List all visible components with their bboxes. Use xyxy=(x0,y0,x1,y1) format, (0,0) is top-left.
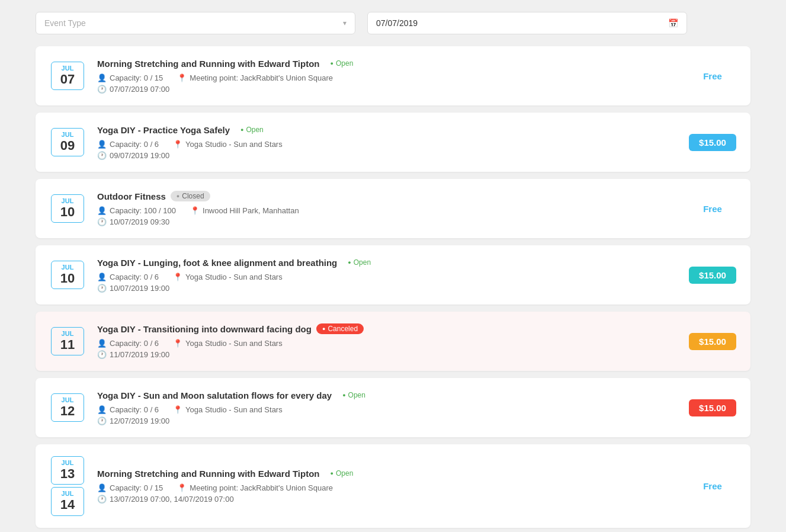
location-icon: 📍 xyxy=(173,273,182,281)
datetime-value: 10/07/2019 19:00 xyxy=(110,284,169,293)
person-icon: 👤 xyxy=(97,140,107,149)
capacity-info: 👤 Capacity: 0 / 6 xyxy=(97,405,159,414)
event-date: JUL 10 xyxy=(50,261,85,289)
price-badge: $15.00 xyxy=(689,399,736,416)
event-day: 07 xyxy=(57,72,78,87)
event-meta: 👤 Capacity: 0 / 15 📍 Meeting point: Jack… xyxy=(97,73,677,82)
event-date: JUL 13 JUL 14 xyxy=(50,456,85,516)
location-icon: 📍 xyxy=(177,73,187,82)
event-title: Outdoor Fitness xyxy=(97,191,166,201)
capacity-value: Capacity: 100 / 100 xyxy=(110,206,176,215)
capacity-value: Capacity: 0 / 6 xyxy=(110,140,159,149)
event-title: Yoga DIY - Practice Yoga Safely xyxy=(97,125,230,135)
clock-icon: 🕐 xyxy=(97,151,107,160)
clock-icon: 🕐 xyxy=(97,495,107,504)
event-time: 🕐 12/07/2019 19:00 xyxy=(97,416,677,425)
event-card[interactable]: JUL 10 Outdoor Fitness Closed 👤 Capacity… xyxy=(36,179,750,238)
event-month: JUL xyxy=(57,65,78,72)
capacity-info: 👤 Capacity: 0 / 6 xyxy=(97,273,159,281)
location-info: 📍 Yoga Studio - Sun and Stars xyxy=(173,405,283,414)
capacity-info: 👤 Capacity: 0 / 6 xyxy=(97,339,159,348)
event-info: Yoga DIY - Lunging, foot & knee alignmen… xyxy=(97,257,677,293)
location-icon: 📍 xyxy=(173,405,182,414)
date-value: 07/07/2019 xyxy=(376,18,418,28)
price-badge: $15.00 xyxy=(689,134,736,151)
status-badge: Open xyxy=(325,468,360,479)
status-badge: Open xyxy=(336,390,371,400)
event-title: Yoga DIY - Transitioning into downward f… xyxy=(97,324,312,334)
event-day: 10 xyxy=(57,204,78,220)
capacity-info: 👤 Capacity: 0 / 15 xyxy=(97,73,163,82)
event-info: Yoga DIY - Transitioning into downward f… xyxy=(97,323,677,359)
capacity-info: 👤 Capacity: 100 / 100 xyxy=(97,206,176,215)
status-badge: Open xyxy=(325,58,360,69)
event-type-filter[interactable]: Event Type ▾ xyxy=(36,12,355,34)
event-card[interactable]: JUL 07 Morning Stretching and Running wi… xyxy=(36,46,750,105)
location-value: Yoga Studio - Sun and Stars xyxy=(185,140,283,149)
event-time: 🕐 07/07/2019 07:00 xyxy=(97,85,677,94)
event-info: Yoga DIY - Practice Yoga Safely Open 👤 C… xyxy=(97,124,677,160)
events-list: JUL 07 Morning Stretching and Running wi… xyxy=(36,46,750,528)
status-badge: Open xyxy=(342,257,377,268)
event-month: JUL xyxy=(57,131,78,138)
location-info: 📍 Yoga Studio - Sun and Stars xyxy=(173,140,283,149)
event-info: Outdoor Fitness Closed 👤 Capacity: 100 /… xyxy=(97,191,677,226)
price-badge: Free xyxy=(689,200,736,217)
status-badge: Open xyxy=(235,124,270,135)
event-meta: 👤 Capacity: 0 / 6 📍 Yoga Studio - Sun an… xyxy=(97,273,677,281)
price-badge: Free xyxy=(689,68,736,85)
event-time: 🕐 09/07/2019 19:00 xyxy=(97,151,677,160)
price-badge: Free xyxy=(689,477,736,495)
clock-icon: 🕐 xyxy=(97,85,107,94)
event-card[interactable]: JUL 11 Yoga DIY - Transitioning into dow… xyxy=(36,312,750,371)
calendar-icon: 📅 xyxy=(668,18,678,28)
datetime-value: 13/07/2019 07:00, 14/07/2019 07:00 xyxy=(110,495,234,504)
event-date: JUL 09 xyxy=(50,128,85,156)
location-value: Yoga Studio - Sun and Stars xyxy=(185,405,283,414)
capacity-value: Capacity: 0 / 15 xyxy=(110,483,163,492)
event-meta: 👤 Capacity: 0 / 6 📍 Yoga Studio - Sun an… xyxy=(97,140,677,149)
event-day: 09 xyxy=(57,138,78,153)
event-day: 13 xyxy=(57,466,78,482)
event-type-placeholder: Event Type xyxy=(44,18,86,28)
event-card[interactable]: JUL 12 Yoga DIY - Sun and Moon salutatio… xyxy=(36,378,750,437)
event-card[interactable]: JUL 10 Yoga DIY - Lunging, foot & knee a… xyxy=(36,245,750,305)
location-value: Yoga Studio - Sun and Stars xyxy=(185,339,283,348)
datetime-value: 09/07/2019 19:00 xyxy=(110,151,169,160)
person-icon: 👤 xyxy=(97,483,107,492)
person-icon: 👤 xyxy=(97,206,107,215)
clock-icon: 🕐 xyxy=(97,217,107,226)
event-date: JUL 10 xyxy=(50,194,85,223)
event-card[interactable]: JUL 13 JUL 14 Morning Stretching and Run… xyxy=(36,444,750,528)
capacity-value: Capacity: 0 / 6 xyxy=(110,273,159,281)
event-card[interactable]: JUL 09 Yoga DIY - Practice Yoga Safely O… xyxy=(36,113,750,172)
event-day: 10 xyxy=(57,271,78,286)
clock-icon: 🕐 xyxy=(97,416,107,425)
location-value: Meeting point: JackRabbit's Union Square xyxy=(190,73,333,82)
capacity-value: Capacity: 0 / 6 xyxy=(110,339,159,348)
date-filter[interactable]: 07/07/2019 📅 xyxy=(367,12,687,34)
capacity-info: 👤 Capacity: 0 / 15 xyxy=(97,483,163,492)
location-info: 📍 Yoga Studio - Sun and Stars xyxy=(173,273,283,281)
datetime-value: 10/07/2019 09:30 xyxy=(110,217,169,226)
event-date: JUL 11 xyxy=(50,327,85,355)
clock-icon: 🕐 xyxy=(97,350,107,359)
price-badge: $15.00 xyxy=(689,267,736,284)
location-value: Yoga Studio - Sun and Stars xyxy=(185,273,283,281)
event-title: Yoga DIY - Lunging, foot & knee alignmen… xyxy=(97,258,337,268)
event-time: 🕐 10/07/2019 09:30 xyxy=(97,217,677,226)
datetime-value: 11/07/2019 19:00 xyxy=(110,350,169,359)
datetime-value: 12/07/2019 19:00 xyxy=(110,416,169,425)
person-icon: 👤 xyxy=(97,339,107,348)
event-time: 🕐 13/07/2019 07:00, 14/07/2019 07:00 xyxy=(97,495,677,504)
person-icon: 👤 xyxy=(97,73,107,82)
location-info: 📍 Meeting point: JackRabbit's Union Squa… xyxy=(177,73,333,82)
location-info: 📍 Meeting point: JackRabbit's Union Squa… xyxy=(177,483,333,492)
event-day: 11 xyxy=(57,337,78,352)
location-info: 📍 Yoga Studio - Sun and Stars xyxy=(173,339,283,348)
event-title: Morning Stretching and Running with Edwa… xyxy=(97,469,320,479)
event-time: 🕐 11/07/2019 19:00 xyxy=(97,350,677,359)
event-day: 14 xyxy=(57,497,78,512)
event-month: JUL xyxy=(57,197,78,204)
person-icon: 👤 xyxy=(97,273,107,281)
